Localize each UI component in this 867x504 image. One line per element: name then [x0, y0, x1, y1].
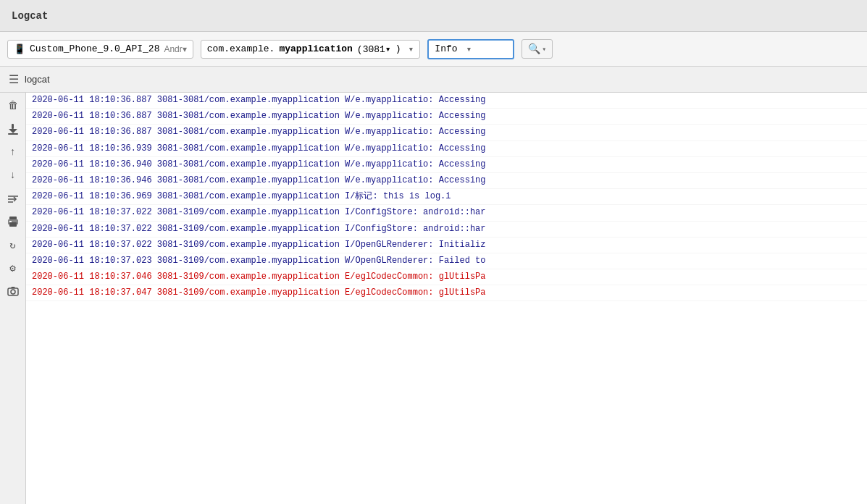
- svg-point-10: [11, 290, 15, 294]
- log-level-arrow: ▾: [466, 43, 472, 55]
- scroll-up-icon[interactable]: ↑: [3, 142, 23, 162]
- log-row: 2020-06-11 18:10:36.887 3081-3081/com.ex…: [26, 93, 867, 109]
- app-label-prefix: com.example.: [207, 43, 275, 54]
- logcat-header-title: logcat: [25, 74, 50, 85]
- log-row: 2020-06-11 18:10:36.887 3081-3081/com.ex…: [26, 109, 867, 125]
- log-level-selector[interactable]: Info ▾: [427, 39, 514, 59]
- svg-rect-8: [9, 222, 17, 227]
- delete-icon[interactable]: 🗑: [3, 96, 23, 116]
- device-suffix: Andr▾: [164, 44, 186, 54]
- search-button[interactable]: 🔍 ▾: [522, 39, 553, 59]
- log-row: 2020-06-11 18:10:36.887 3081-3081/com.ex…: [26, 125, 867, 140]
- app-selector[interactable]: com.example.myapplication (3081▾) ▾: [201, 40, 421, 59]
- log-row: 2020-06-11 18:10:37.023 3081-3109/com.ex…: [26, 253, 867, 269]
- log-level-label: Info: [435, 43, 457, 54]
- main-area: 🗑 ↑ ↓ ↻ ⚙: [0, 93, 867, 504]
- logcat-header: ☰ logcat: [0, 67, 867, 93]
- log-row: 2020-06-11 18:10:37.022 3081-3109/com.ex…: [26, 238, 867, 253]
- app-label-close: ): [395, 43, 401, 54]
- menu-icon[interactable]: ☰: [9, 72, 19, 87]
- log-row: 2020-06-11 18:10:37.047 3081-3109/com.ex…: [26, 285, 867, 301]
- svg-rect-9: [9, 221, 12, 222]
- log-row: 2020-06-11 18:10:36.946 3081-3081/com.ex…: [26, 173, 867, 189]
- svg-rect-2: [8, 133, 18, 135]
- title-bar: Logcat: [0, 0, 867, 32]
- log-row: 2020-06-11 18:10:36.939 3081-3081/com.ex…: [26, 141, 867, 157]
- log-content: 2020-06-11 18:10:36.887 3081-3081/com.ex…: [26, 93, 867, 504]
- search-icon: 🔍: [528, 43, 540, 55]
- log-row: 2020-06-11 18:10:37.046 3081-3109/com.ex…: [26, 269, 867, 285]
- settings-icon[interactable]: ⚙: [3, 258, 23, 278]
- svg-rect-0: [12, 124, 14, 129]
- app-label-bold: myapplication: [279, 43, 352, 54]
- sidebar: 🗑 ↑ ↓ ↻ ⚙: [0, 93, 26, 504]
- log-row: 2020-06-11 18:10:36.969 3081-3081/com.ex…: [26, 189, 867, 205]
- download-icon[interactable]: [3, 119, 23, 139]
- wrap-icon[interactable]: [3, 188, 23, 209]
- refresh-icon[interactable]: ↻: [3, 235, 23, 255]
- device-label: Custom_Phone_9.0_API_28: [30, 43, 159, 54]
- device-selector[interactable]: 📱 Custom_Phone_9.0_API_28 Andr▾: [7, 40, 193, 59]
- print-icon[interactable]: [3, 211, 23, 232]
- app-dropdown-arrow: ▾: [409, 43, 414, 55]
- phone-icon: 📱: [14, 43, 25, 55]
- svg-marker-1: [9, 129, 17, 133]
- log-row: 2020-06-11 18:10:37.022 3081-3109/com.ex…: [26, 205, 867, 221]
- log-row: 2020-06-11 18:10:37.022 3081-3109/com.ex…: [26, 222, 867, 238]
- screenshot-icon[interactable]: [3, 281, 23, 301]
- toolbar: 📱 Custom_Phone_9.0_API_28 Andr▾ com.exam…: [0, 32, 867, 67]
- app-label-suffix: (3081▾: [357, 43, 391, 55]
- title-text: Logcat: [12, 10, 48, 22]
- search-arrow: ▾: [542, 45, 546, 54]
- scroll-down-icon[interactable]: ↓: [3, 165, 23, 185]
- log-row: 2020-06-11 18:10:36.940 3081-3081/com.ex…: [26, 157, 867, 173]
